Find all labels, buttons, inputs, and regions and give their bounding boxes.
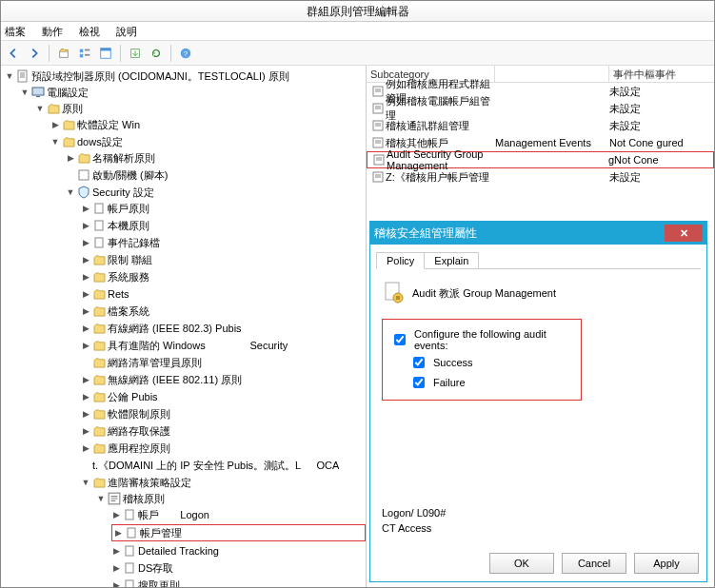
export-icon[interactable] — [127, 45, 144, 62]
tree-appctl[interactable]: ▶應用程控原則 — [81, 441, 366, 456]
tree-wireless[interactable]: ▶無線網路 (IEEE 802.11) 原則 — [81, 372, 366, 387]
properties-dialog: 稽核安全組管理屬性 ✕ Policy Explain Audit 教派 Grou… — [369, 221, 707, 582]
policy-row[interactable]: 例如稽核電腦帳戶組管理未設定 — [367, 100, 714, 117]
folder-icon — [62, 118, 75, 131]
tree-auditpol[interactable]: ▼稽核原則 — [96, 491, 366, 506]
svg-rect-12 — [79, 170, 89, 180]
audit-config-box: Configure the following audit events: Su… — [382, 319, 582, 401]
svg-rect-18 — [128, 528, 135, 538]
ok-button[interactable]: OK — [489, 553, 554, 574]
forward-icon[interactable] — [26, 45, 43, 62]
folder-icon — [92, 304, 106, 318]
svg-rect-13 — [95, 204, 103, 213]
policy-icon — [123, 544, 136, 558]
tab-policy[interactable]: Policy — [376, 252, 425, 269]
menu-help[interactable]: 說明 — [116, 26, 137, 37]
dialog-titlebar[interactable]: 稽核安全組管理屬性 ✕ — [370, 222, 706, 245]
checkbox-failure[interactable]: Failure — [390, 374, 573, 391]
tree-nameres[interactable]: ▶名稱解析原則 — [66, 150, 366, 166]
tree-fetch[interactable]: ▶搜取更則 — [111, 578, 366, 588]
row-icon — [370, 86, 386, 97]
tree-root[interactable]: ▼ 預設域控制器原則 (OCIDOMAJNI。TESTLOCALI) 原則 — [5, 69, 366, 84]
toolbar: ? — [1, 41, 714, 66]
tree-restricted[interactable]: ▶限制 聯組 — [81, 252, 366, 267]
computer-icon — [31, 86, 45, 99]
menu-action[interactable]: 動作 — [42, 26, 63, 37]
policy-icon — [92, 236, 106, 249]
row-icon — [370, 103, 386, 114]
tree-dows[interactable]: ▼dows設定 — [50, 134, 366, 149]
policy-row[interactable]: Audit Security Group ManagementgNot Cone — [367, 151, 714, 168]
folder-icon — [47, 102, 60, 115]
policy-row[interactable]: 稽核通訊群組管理未設定 — [367, 117, 714, 134]
refresh-icon[interactable] — [148, 45, 165, 62]
tree-security[interactable]: ▼Security 設定 — [66, 185, 366, 200]
success-checkbox[interactable] — [413, 357, 425, 368]
tree-acctmgmt[interactable]: ▶帳戶管理 — [111, 524, 366, 541]
back-icon[interactable] — [5, 45, 22, 62]
up-icon[interactable] — [55, 45, 72, 62]
policy-icon — [92, 202, 106, 215]
folder-icon — [77, 151, 90, 165]
tree-nla[interactable]: 網路清單管理員原則 — [81, 355, 366, 370]
security-icon — [77, 186, 90, 199]
svg-rect-19 — [126, 546, 133, 556]
folder-icon — [92, 339, 106, 352]
tree-detail[interactable]: ▶Detailed Tracking — [111, 543, 366, 559]
close-icon[interactable]: ✕ — [665, 225, 703, 242]
tree-pub[interactable]: ▶公鑰 Pubis — [81, 389, 366, 404]
svg-text:?: ? — [184, 49, 189, 57]
policy-row[interactable]: Z:《稽核用户帳戶管理未設定 — [367, 168, 714, 186]
tree-startup[interactable]: 啟動/關機 (腳本) — [66, 167, 366, 183]
policy-icon — [92, 219, 106, 232]
tree-local[interactable]: ▶本機原則 — [81, 218, 366, 233]
svg-rect-21 — [126, 580, 133, 588]
script-icon — [77, 168, 90, 182]
tree-softrest[interactable]: ▶軟體限制原則 — [81, 406, 366, 421]
tree-logon[interactable]: ▶帳戶 Logon — [111, 507, 366, 522]
tree-eventlog[interactable]: ▶事件記錄檔 — [81, 235, 366, 250]
svg-rect-1 — [80, 53, 84, 57]
svg-rect-10 — [32, 88, 44, 95]
svg-rect-9 — [18, 70, 27, 82]
tree-ds[interactable]: ▶DS存取 — [111, 560, 366, 576]
configure-checkbox[interactable] — [394, 334, 406, 345]
help-icon[interactable]: ? — [177, 45, 194, 62]
tree-filesys[interactable]: ▶檔案系統 — [81, 304, 366, 319]
checkbox-success[interactable]: Success — [390, 354, 573, 371]
tree-nap[interactable]: ▶網路存取保護 — [81, 423, 366, 439]
tree-account[interactable]: ▶帳戶原則 — [81, 201, 366, 216]
row-icon — [371, 154, 387, 166]
status-text: Logon/ L090# CT Access — [382, 505, 695, 536]
folder-icon — [92, 253, 106, 266]
apply-button[interactable]: Apply — [634, 553, 699, 574]
list-icon[interactable] — [76, 45, 93, 62]
menu-bar: 檔案 動作 檢視 說明 — [1, 22, 714, 41]
svg-rect-17 — [126, 510, 133, 519]
tree-computer[interactable]: ▼ 電腦設定 — [20, 85, 366, 100]
col-events[interactable]: 事件中樞事件 — [609, 66, 714, 82]
audit-icon — [108, 492, 121, 505]
tab-explain[interactable]: Explain — [424, 252, 479, 268]
menu-file[interactable]: 檔案 — [5, 26, 26, 37]
folder-icon — [92, 322, 106, 335]
cancel-button[interactable]: Cancel — [562, 553, 626, 574]
menu-view[interactable]: 檢視 — [79, 26, 100, 37]
checkbox-configure[interactable]: Configure the following audit events: — [390, 328, 573, 351]
col-mid[interactable] — [495, 66, 609, 82]
folder-icon — [62, 135, 75, 148]
svg-rect-11 — [36, 96, 40, 97]
tree-soft[interactable]: ▶軟體設定 Win — [50, 117, 366, 132]
tree-advaudit[interactable]: ▼進階審核策略設定 — [81, 475, 366, 490]
tree-wired[interactable]: ▶有線網路 (IEEE 802.3) Pubis — [81, 321, 366, 336]
tree-ipsec[interactable]: t.《DOMAINI 上的 IP 安全性 Pubis。測試。L OCA — [81, 458, 366, 473]
tree-icon[interactable] — [97, 45, 114, 62]
failure-checkbox[interactable] — [413, 377, 425, 388]
tree-services[interactable]: ▶系統服務 — [81, 269, 366, 284]
policy-icon — [382, 281, 407, 305]
tree-rets[interactable]: ▶Rets — [81, 286, 366, 302]
policy-tree[interactable]: ▼ 預設域控制器原則 (OCIDOMAJNI。TESTLOCALI) 原則 ▼ … — [1, 66, 367, 588]
tree-policies[interactable]: ▼ 原則 — [35, 101, 366, 116]
tree-advwin[interactable]: ▶具有進階的 Windows Security — [81, 338, 366, 353]
policy-icon — [125, 526, 138, 539]
